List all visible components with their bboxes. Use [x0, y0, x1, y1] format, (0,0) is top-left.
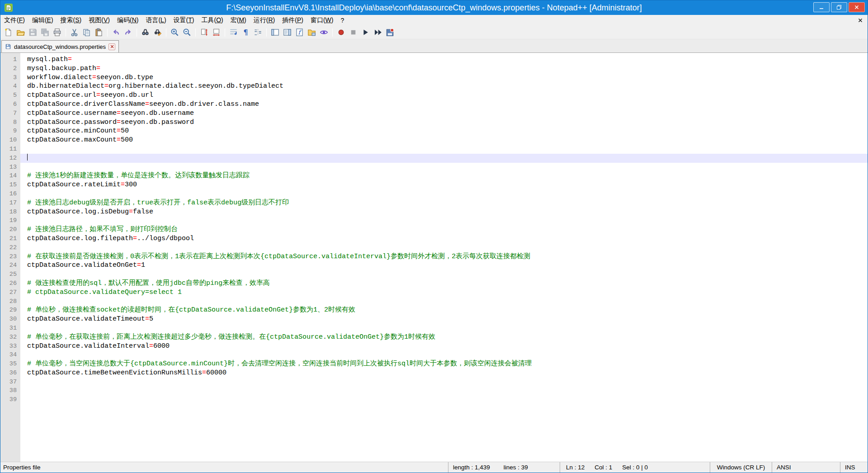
line-number[interactable]: 27	[0, 288, 20, 297]
cut-button[interactable]	[69, 27, 80, 38]
line-number[interactable]: 26	[0, 279, 20, 288]
run-macro-multiple-button[interactable]	[372, 27, 383, 38]
line-content[interactable]	[20, 243, 868, 252]
menu-item-macro[interactable]: 宏(M)	[227, 15, 250, 25]
line-content[interactable]: # 做连接检查使用的sql，默认不用配置，使用jdbc自带的ping来检查，效率…	[20, 279, 868, 288]
line-content[interactable]: ctpDataSource.validateTimeout=5	[20, 315, 868, 324]
line-content[interactable]	[20, 324, 868, 333]
line-number[interactable]: 31	[0, 324, 20, 333]
line-number[interactable]: 15	[0, 180, 20, 189]
line-content[interactable]	[20, 395, 868, 404]
line-content[interactable]: ctpDataSource.validateOnGet=1	[20, 261, 868, 270]
line-content[interactable]: ctpDataSource.minCount=50	[20, 127, 868, 136]
line-content[interactable]	[20, 350, 868, 359]
function-list-button[interactable]: f	[294, 27, 305, 38]
restore-button[interactable]	[831, 2, 847, 12]
line-content[interactable]: ctpDataSource.rateLimit=300	[20, 180, 868, 189]
line-number[interactable]: 10	[0, 136, 20, 145]
menu-item-settings[interactable]: 设置(T)	[170, 15, 198, 25]
line-number[interactable]: 7	[0, 109, 20, 118]
menu-item-tools[interactable]: 工具(O)	[198, 15, 226, 25]
tab-datasourcectp-windows-properties[interactable]: datasourceCtp_windows.properties	[1, 40, 119, 52]
status-eol-format[interactable]: Windows (CR LF)	[710, 462, 772, 473]
line-number[interactable]: 6	[0, 100, 20, 109]
menu-item-encoding[interactable]: 编码(N)	[113, 15, 142, 25]
line-content[interactable]: # 连接池日志路径，如果不填写，则打印到控制台	[20, 225, 868, 234]
line-number[interactable]: 8	[0, 118, 20, 127]
line-content[interactable]	[20, 386, 868, 395]
line-number[interactable]: 22	[0, 243, 20, 252]
line-number[interactable]: 25	[0, 270, 20, 279]
line-content[interactable]: # 单位毫秒，当空闲连接总数大于{ctpDataSource.minCount}…	[20, 359, 868, 369]
status-insert-mode[interactable]: INS	[840, 462, 868, 473]
status-encoding[interactable]: ANSI	[772, 462, 840, 473]
line-content[interactable]: mysql.path=	[20, 55, 868, 64]
line-number[interactable]: 30	[0, 315, 20, 324]
zoom-out-button[interactable]	[181, 27, 193, 38]
menu-item-run[interactable]: 运行(R)	[250, 15, 278, 25]
redo-button[interactable]	[123, 27, 134, 38]
line-content[interactable]	[20, 189, 868, 199]
line-content[interactable]: ctpDataSource.timeBetweenEvictionRunsMil…	[20, 369, 868, 378]
undo-button[interactable]	[110, 27, 122, 38]
line-number[interactable]: 2	[0, 64, 20, 73]
line-number[interactable]: 12	[0, 154, 20, 163]
paste-button[interactable]	[93, 27, 104, 38]
line-content[interactable]	[20, 145, 868, 154]
line-content[interactable]: # 单位秒，做连接检查socket的读超时时间，在{ctpDataSource.…	[20, 306, 868, 315]
line-content[interactable]: # 连接池日志debug级别是否开启，true表示打开，false表示debug…	[20, 199, 868, 208]
line-number[interactable]: 39	[0, 395, 20, 404]
menu-item-help[interactable]: ?	[337, 16, 348, 25]
line-content[interactable]: # 在获取连接前是否做连接检测，0表示不检测，1表示在距离上次检测到本次{ctp…	[20, 252, 868, 261]
line-number[interactable]: 35	[0, 359, 20, 369]
line-content[interactable]: mysql.backup.path=	[20, 64, 868, 73]
zoom-in-button[interactable]	[169, 27, 180, 38]
menu-item-language[interactable]: 语言(L)	[142, 15, 170, 25]
line-number[interactable]: 16	[0, 189, 20, 199]
word-wrap-button[interactable]	[228, 27, 239, 38]
line-number[interactable]: 9	[0, 127, 20, 136]
line-number[interactable]: 32	[0, 333, 20, 342]
line-content[interactable]: # ctpDataSource.validateQuery=select 1	[20, 288, 868, 297]
playback-macro-button[interactable]	[360, 27, 371, 38]
print-button[interactable]	[52, 27, 63, 38]
line-content[interactable]: # 连接池1秒的新建连接数量，单位是连接个数。达到该数量触发日志跟踪	[20, 171, 868, 180]
sync-vertical-scroll-button[interactable]	[198, 27, 210, 38]
line-number[interactable]: 37	[0, 378, 20, 387]
close-button[interactable]	[849, 2, 865, 12]
line-content[interactable]: ctpDataSource.username=seeyon.db.usernam…	[20, 109, 868, 118]
line-content[interactable]: ctpDataSource.log.isDebug=false	[20, 208, 868, 217]
line-content[interactable]: # 单位毫秒，在获取连接前，距离上次检测连接超过多少毫秒，做连接检测。在{ctp…	[20, 333, 868, 342]
line-content[interactable]: ctpDataSource.password=seeyon.db.passwor…	[20, 118, 868, 127]
line-number[interactable]: 3	[0, 73, 20, 82]
menu-item-edit[interactable]: 编辑(E)	[28, 15, 57, 25]
show-indent-guide-button[interactable]	[252, 27, 264, 38]
document-map-button[interactable]	[282, 27, 293, 38]
save-macro-button[interactable]	[384, 27, 396, 38]
line-content[interactable]: ctpDataSource.maxCount=500	[20, 136, 868, 145]
sync-horizontal-scroll-button[interactable]	[211, 27, 222, 38]
line-number[interactable]: 13	[0, 163, 20, 172]
copy-button[interactable]	[81, 27, 92, 38]
new-file-button[interactable]	[3, 27, 14, 38]
line-content[interactable]	[20, 297, 868, 306]
editor[interactable]: 1mysql.path=2mysql.backup.path=3workflow…	[0, 53, 868, 462]
line-number[interactable]: 38	[0, 386, 20, 395]
replace-button[interactable]	[152, 27, 163, 38]
menu-item-search[interactable]: 搜索(S)	[57, 15, 85, 25]
folder-as-workspace-button[interactable]	[306, 27, 317, 38]
tab-close-button[interactable]	[108, 43, 115, 50]
close-document-button[interactable]	[858, 18, 863, 23]
line-number[interactable]: 23	[0, 252, 20, 261]
line-number[interactable]: 24	[0, 261, 20, 270]
line-number[interactable]: 28	[0, 297, 20, 306]
line-number[interactable]: 11	[0, 145, 20, 154]
line-number[interactable]: 14	[0, 171, 20, 180]
line-content[interactable]	[20, 163, 868, 172]
open-file-button[interactable]	[15, 27, 26, 38]
line-number[interactable]: 5	[0, 91, 20, 100]
line-number[interactable]: 19	[0, 216, 20, 225]
menu-item-window[interactable]: 窗口(W)	[307, 15, 337, 25]
line-number[interactable]: 36	[0, 369, 20, 378]
line-content[interactable]: workflow.dialect=seeyon.db.type	[20, 73, 868, 82]
